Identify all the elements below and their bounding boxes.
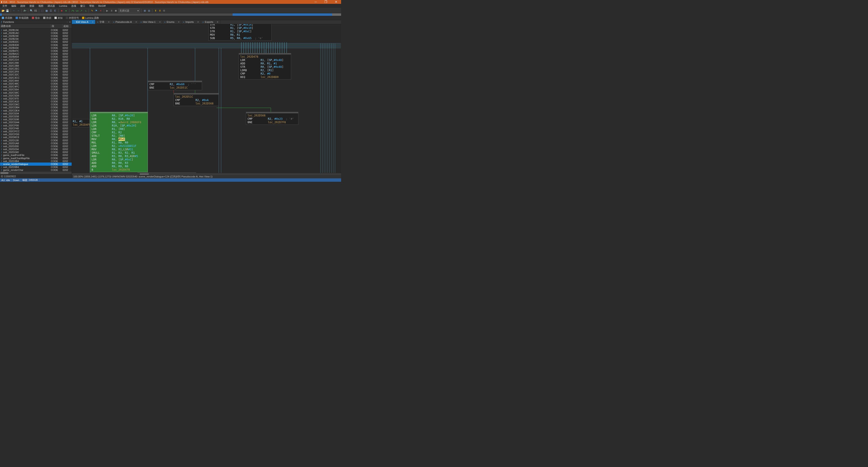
function-row[interactable]: ƒsub_202B434CODE0202 [0, 46, 72, 49]
function-row[interactable]: ƒsub_202C4FCCODE0202 [0, 85, 72, 88]
tab-enums[interactable]: ▪Enums× [163, 20, 182, 24]
graph-hscroll[interactable] [72, 173, 341, 175]
tab-close-icon[interactable]: × [135, 21, 137, 23]
function-row[interactable]: ƒsub_202C2F8CODE0202 [0, 70, 72, 73]
function-row[interactable]: ƒsub_202CF00CODE0202 [0, 124, 72, 127]
graph-node-cmp60[interactable]: CMPR2, #0x60 ; '`' BNEloc_202D51C [148, 81, 202, 90]
function-row[interactable]: ƒsub_202CFCCCODE0202 [0, 130, 72, 133]
function-row[interactable]: ƒsub_202B134CODE0202 [0, 29, 72, 31]
menu-options[interactable]: 选项 [70, 4, 77, 8]
navigation-band[interactable] [0, 13, 341, 16]
jump2-icon[interactable]: ↘ [84, 9, 87, 12]
function-row[interactable]: ƒsub_202CE58CODE0202 [0, 115, 72, 118]
function-row[interactable]: ƒsub_202D1A8CODE0202 [0, 142, 72, 145]
menu-bindiff[interactable]: BinDiff [97, 4, 106, 8]
tab-hex-view-1[interactable]: ▪Hex View-1× [139, 20, 163, 24]
graph-canvas[interactable]: STRR1, [SP,#0x14] STRR1, [SP,#0x10] STRR… [72, 24, 341, 173]
close-button[interactable]: ✕ [331, 0, 341, 4]
function-row[interactable]: ƒsub_202C554CODE0202 [0, 88, 72, 91]
function-row[interactable]: ƒsub_202BA1CCODE0202 [0, 53, 72, 55]
open-icon[interactable]: 📂 [1, 9, 5, 12]
function-row[interactable]: ƒsub_202B234CODE0202 [0, 37, 72, 40]
function-row[interactable]: ƒgame_loadFontFileCODE0202 [0, 154, 72, 157]
function-row[interactable]: ƒsub_202C3CCCODE0202 [0, 76, 72, 79]
tab-字串[interactable]: ▪字串× [95, 20, 112, 24]
minimize-button[interactable]: ─ [311, 0, 321, 4]
tab-close-icon[interactable]: × [217, 21, 218, 23]
tab-close-icon[interactable]: × [92, 21, 93, 23]
graph-node-loc568[interactable]: loc_202D568 CMPR2, #0x23 ; '#' BNEloc_20… [246, 112, 298, 125]
functions-hscroll[interactable] [0, 172, 72, 174]
function-row[interactable]: ƒsub_202CDE4CODE0202 [0, 109, 72, 112]
enum-icon[interactable]: E [53, 9, 57, 12]
function-row[interactable]: ƒsub_202D3B4CODE0202 [0, 160, 72, 162]
graph-node-loc478[interactable]: loc_202D478 LDRR1, [SP,#0x48] ADDR0, R1,… [239, 53, 291, 80]
tab-close-icon[interactable]: × [159, 21, 160, 23]
function-row[interactable]: ƒsub_202C32CCODE0202 [0, 73, 72, 76]
function-row[interactable]: ƒsub_202CF48CODE0202 [0, 127, 72, 130]
function-row[interactable]: ƒsub_202CA10CODE0202 [0, 100, 72, 103]
stop2-icon[interactable]: ⏹ [114, 9, 118, 12]
function-row[interactable]: ƒsub_202C2B8CODE0202 [0, 64, 72, 67]
maximize-button[interactable]: ❐ [321, 0, 331, 4]
function-row[interactable]: ƒsub_202D0C8CODE0202 [0, 136, 72, 139]
bp-icon[interactable]: ⚑ [94, 9, 98, 12]
dbg-win2-icon[interactable]: ⊟ [147, 9, 151, 12]
hex-icon[interactable]: ▦ [45, 9, 49, 12]
function-row[interactable]: ƒsub_202C2ECCODE0202 [0, 67, 72, 70]
play-green-icon[interactable]: ● [64, 9, 68, 12]
dbg-win1-icon[interactable]: ⊞ [143, 9, 147, 12]
function-row[interactable]: ƒsub_202C298CODE0202 [0, 61, 72, 64]
struct-icon[interactable]: ☰ [49, 9, 53, 12]
function-row[interactable]: ƒsub_202D240CODE0202 [0, 151, 72, 154]
script-icon[interactable]: ✎ [90, 9, 94, 12]
graph-node-selected[interactable]: LDRR0, [SP,#0x20] SUBR2, R10, R0 LDRR0, … [90, 112, 148, 172]
menu-file[interactable]: 文件 [1, 4, 8, 8]
run-icon[interactable]: ▶ [105, 9, 109, 12]
function-row[interactable]: ƒsub_202CEA4CODE0202 [0, 121, 72, 124]
function-row[interactable]: ƒsub_202B230CODE0202 [0, 34, 72, 37]
function-row[interactable]: ƒsub_202C48CCODE0202 [0, 82, 72, 85]
function-row[interactable]: ƒsub_202D200CODE0202 [0, 145, 72, 148]
tab-close-icon[interactable]: × [178, 21, 179, 23]
function-row[interactable]: ƒgame_renderCharCODE0202 [0, 168, 72, 172]
function-row[interactable]: ƒsub_202CDB4CODE0202 [0, 106, 72, 109]
lumina3-icon[interactable]: ⚙ [162, 9, 166, 12]
tab-close-icon[interactable]: × [108, 21, 110, 23]
save-icon[interactable]: 💾 [6, 9, 9, 12]
function-row[interactable]: ƒsub_202CFD0CODE0202 [0, 133, 72, 136]
toggle-a-icon[interactable]: A▾ [23, 9, 27, 12]
function-row[interactable]: ƒsub_202D138CODE0202 [0, 139, 72, 142]
panel-close-icon[interactable]: ✕ [69, 21, 71, 23]
menu-edit[interactable]: 编辑 [10, 4, 17, 8]
tab-close-icon[interactable]: × [197, 21, 199, 23]
function-row[interactable]: ƒsub_202C970CODE0202 [0, 97, 72, 100]
tab-ida-view-a[interactable]: ▪IDA View-A× [72, 20, 95, 24]
function-row[interactable]: ƒsub_202BA54CODE0202 [0, 55, 72, 58]
menu-help[interactable]: 帮助 [88, 4, 95, 8]
stop-icon[interactable]: ■ [60, 9, 64, 12]
delete-icon[interactable]: ✕ [99, 9, 102, 12]
function-row[interactable]: ƒsub_202D234CODE0202 [0, 148, 72, 151]
functions-header[interactable]: 函数名称 段 起始 [0, 24, 72, 29]
tab-pseudocode-a[interactable]: ▪Pseudocode-A× [112, 20, 139, 24]
graph-node-leftfrag[interactable]: R1, #1 loc_202D4F0 [72, 119, 90, 127]
jump-icon[interactable]: ↗ [79, 9, 83, 12]
function-row[interactable]: ƒsub_202C444CODE0202 [0, 79, 72, 82]
back-icon[interactable]: ← [12, 9, 16, 12]
menu-lumina[interactable]: Lumina [58, 4, 68, 8]
tab-imports[interactable]: ▪Imports× [182, 20, 201, 24]
tab-exports[interactable]: ▪Exports× [201, 20, 220, 24]
menu-debugger[interactable]: 调试器 [46, 4, 56, 8]
function-row[interactable]: ƒsub_202CE04CODE0202 [0, 112, 72, 115]
lumina2-icon[interactable]: ⬇ [158, 9, 162, 12]
panel-float-icon[interactable]: ▫ [67, 21, 68, 23]
function-row[interactable]: ƒsub_202B1ACCODE0202 [0, 31, 72, 34]
function-row[interactable]: ƒsub_202CE98CODE0202 [0, 118, 72, 121]
function-row[interactable]: ƒsub_202C214CODE0202 [0, 58, 72, 61]
lumina1-icon[interactable]: ⬆ [154, 9, 157, 12]
function-row[interactable]: ƒsub_202C58CCODE0202 [0, 91, 72, 94]
function-row[interactable]: ƒsub_202C5D8CODE0202 [0, 94, 72, 97]
graph-node-entry[interactable]: STRR1, [SP,#0x14] STRR1, [SP,#0x10] STRR… [209, 24, 272, 41]
function-row[interactable]: ƒscene_renderDialogueCODE0202 [0, 162, 72, 165]
